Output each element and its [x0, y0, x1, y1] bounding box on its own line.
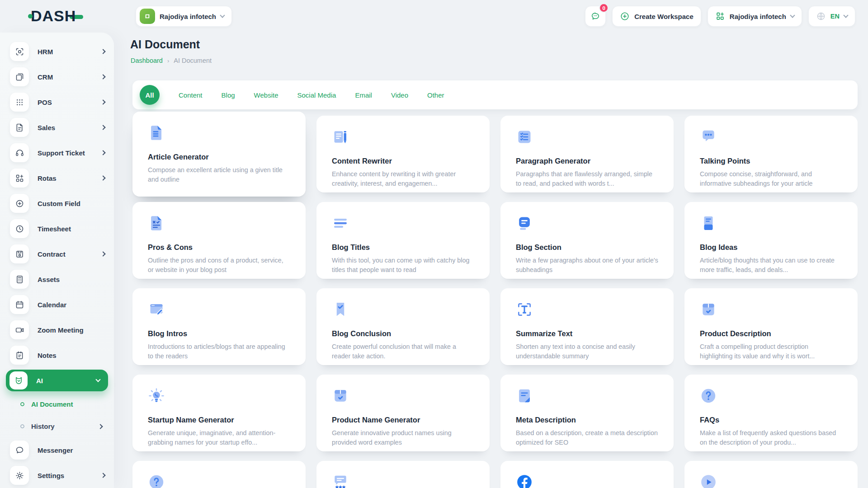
ai-tool-card[interactable]: Blog Intros Introductions to articles/bl…	[132, 288, 306, 365]
breadcrumb-dashboard-link[interactable]: Dashboard	[131, 57, 163, 64]
filter-tab[interactable]: Content	[179, 91, 203, 99]
ai-tool-title: Blog Section	[516, 243, 658, 252]
timesheet-icon	[15, 224, 24, 234]
startup-name-icon	[148, 387, 165, 404]
ai-tools-grid-partial-row	[132, 461, 858, 488]
sidebar-sub-item[interactable]: History	[0, 415, 114, 437]
sidebar-item-label: Support Ticket	[38, 149, 93, 157]
sidebar-sub-item[interactable]: AI Document	[0, 393, 114, 415]
chevron-icon	[100, 74, 105, 79]
filter-tab[interactable]: Social Media	[297, 91, 336, 99]
ai-tool-card[interactable]: Pros & Cons Outline the pros and cons of…	[132, 202, 306, 279]
ai-tool-card[interactable]: Talking Points Compose concise, straight…	[684, 116, 858, 192]
app-logo[interactable]: DASH	[28, 7, 83, 25]
article-generator-icon	[148, 124, 165, 141]
sidebar-item[interactable]: Custom Field	[0, 191, 114, 216]
ai-icon	[14, 376, 24, 385]
sidebar-item[interactable]: CRM	[0, 64, 114, 89]
create-workspace-button[interactable]: Create Workspace	[612, 6, 701, 27]
ai-tool-card[interactable]: Product Name Generator Generate innovati…	[316, 375, 490, 451]
messages-button[interactable]: 0	[585, 6, 606, 27]
ai-tool-description: Compose concise, straightforward, and in…	[700, 169, 842, 189]
custom-field-icon	[15, 199, 24, 208]
account-name: Rajodiya infotech	[730, 13, 786, 20]
filter-tab[interactable]: Other	[427, 91, 444, 99]
chevron-icon	[98, 424, 103, 429]
sidebar-item[interactable]: Assets	[0, 267, 114, 292]
sidebar-ai-sublist: AI Document History	[0, 393, 114, 437]
account-selector[interactable]: Rajodiya infotech	[708, 6, 802, 27]
sidebar-item[interactable]: Sales	[0, 115, 114, 140]
filter-tab-label: Website	[254, 91, 278, 99]
filter-tab-label: Video	[391, 91, 408, 99]
ai-tool-card[interactable]: Content Rewriter Enhance content by rewr…	[316, 116, 490, 192]
ai-tool-card[interactable]: FAQs Make a list of frequently asked que…	[684, 375, 858, 451]
sidebar-sub-item-label: AI Document	[31, 400, 73, 408]
chevron-icon	[95, 377, 100, 382]
sidebar-item[interactable]: Rotas	[0, 165, 114, 191]
ai-tool-description: Paragraphs that are flawlessly arranged,…	[516, 169, 658, 189]
filter-tab[interactable]: All	[140, 85, 160, 105]
ai-tool-card[interactable]: Blog Section Write a few paragraphs abou…	[500, 202, 674, 279]
chevron-icon	[100, 99, 105, 104]
sidebar-item[interactable]: Contract	[0, 241, 114, 267]
ai-tool-card[interactable]: Paragraph Generator Paragraphs that are …	[500, 116, 674, 192]
ai-tool-card[interactable]	[316, 461, 490, 488]
sidebar-item[interactable]: AI	[6, 370, 108, 391]
sidebar-item[interactable]: Zoom Meeting	[0, 317, 114, 343]
filter-tab[interactable]: Website	[254, 91, 278, 99]
sidebar-item-label: Rotas	[38, 174, 93, 182]
ai-tool-card[interactable]: Blog Titles With this tool, you can come…	[316, 202, 490, 279]
ai-tool-description: Shorten any text into a concise and easi…	[516, 342, 658, 361]
sidebar-item-label: CRM	[38, 73, 93, 81]
review-stars-icon	[332, 474, 349, 488]
ai-tool-card[interactable]	[500, 461, 674, 488]
ai-tool-title: Blog Intros	[148, 329, 290, 338]
language-selector[interactable]: EN	[808, 6, 855, 27]
talking-points-icon	[700, 128, 717, 145]
chevron-icon	[100, 49, 105, 54]
assets-icon	[15, 275, 24, 284]
ai-tool-description: Generate innovative product names using …	[332, 428, 474, 448]
ai-tool-card[interactable]: Blog Conclusion Create powerful conclusi…	[316, 288, 490, 365]
sidebar-item[interactable]: Timesheet	[0, 216, 114, 241]
filter-tab-label: Blog	[222, 91, 235, 99]
ai-tool-title: Content Rewriter	[332, 157, 474, 165]
sidebar-item[interactable]: POS	[0, 89, 114, 115]
ai-tool-card[interactable]: Startup Name Generator Generate unique, …	[132, 375, 306, 451]
blog-ideas-icon	[700, 215, 717, 232]
calendar-icon	[15, 300, 24, 310]
ai-tool-card[interactable]: Article Generator Compose an excellent a…	[132, 112, 306, 197]
ai-tool-card[interactable]: Blog Ideas Article/blog thoughts that yo…	[684, 202, 858, 279]
ai-tool-card[interactable]	[684, 461, 858, 488]
ai-tool-description: Article/blog thoughts that you can use t…	[700, 256, 842, 275]
ai-tool-card[interactable]	[132, 461, 306, 488]
sidebar-item[interactable]: Notes	[0, 343, 114, 368]
zoom-meeting-icon	[15, 325, 24, 335]
sidebar-item[interactable]: HRM	[0, 39, 114, 64]
breadcrumb-separator: ›	[167, 57, 169, 64]
workspace-avatar	[140, 9, 155, 24]
sidebar-item[interactable]: Support Ticket	[0, 140, 114, 165]
meta-description-icon	[516, 387, 533, 404]
sidebar-item-label: Sales	[38, 124, 93, 131]
filter-tab[interactable]: Email	[355, 91, 372, 99]
play-icon	[700, 474, 717, 488]
rotas-icon	[15, 174, 24, 183]
ai-tool-title: Blog Ideas	[700, 243, 842, 252]
ai-tool-title: Summarize Text	[516, 329, 658, 338]
chevron-icon	[100, 125, 105, 130]
sidebar-item[interactable]: Settings	[0, 463, 114, 488]
filter-tab[interactable]: Blog	[222, 91, 235, 99]
sidebar-item[interactable]: Messenger	[0, 437, 114, 463]
ai-tool-title: Pros & Cons	[148, 243, 290, 252]
sidebar-item[interactable]: Calendar	[0, 292, 114, 317]
filter-tab[interactable]: Video	[391, 91, 408, 99]
language-code: EN	[830, 13, 840, 20]
ai-tool-card[interactable]: Product Description Craft a compelling p…	[684, 288, 858, 365]
paragraph-generator-icon	[516, 128, 533, 145]
workspace-selector[interactable]: Rajodiya infotech	[136, 6, 232, 27]
sidebar-item-label: Assets	[38, 276, 105, 283]
ai-tool-card[interactable]: Summarize Text Shorten any text into a c…	[500, 288, 674, 365]
ai-tool-card[interactable]: Meta Description Based on a description,…	[500, 375, 674, 451]
